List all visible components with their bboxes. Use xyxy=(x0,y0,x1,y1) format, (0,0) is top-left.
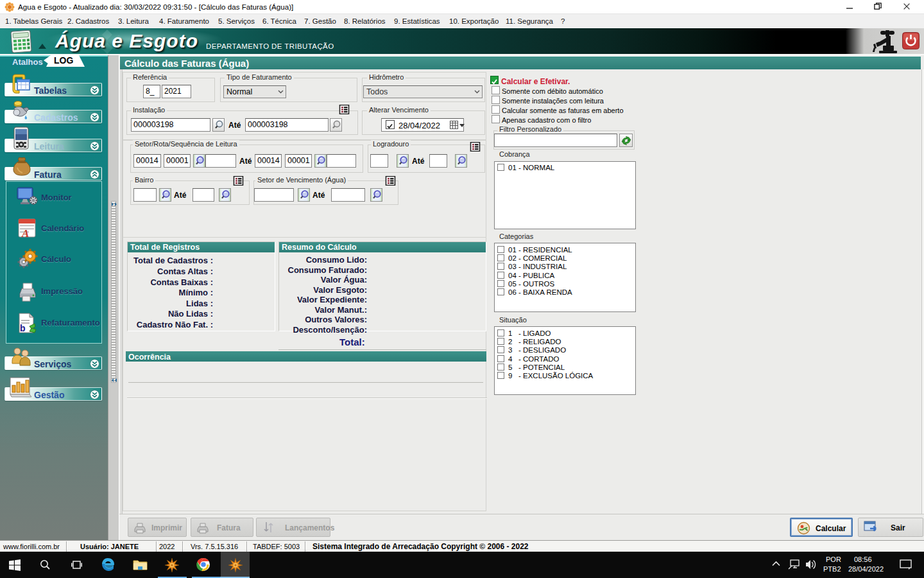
svg-text:LOG: LOG xyxy=(54,55,73,66)
svg-text:A: A xyxy=(21,227,29,239)
svg-text:b: b xyxy=(20,323,26,333)
